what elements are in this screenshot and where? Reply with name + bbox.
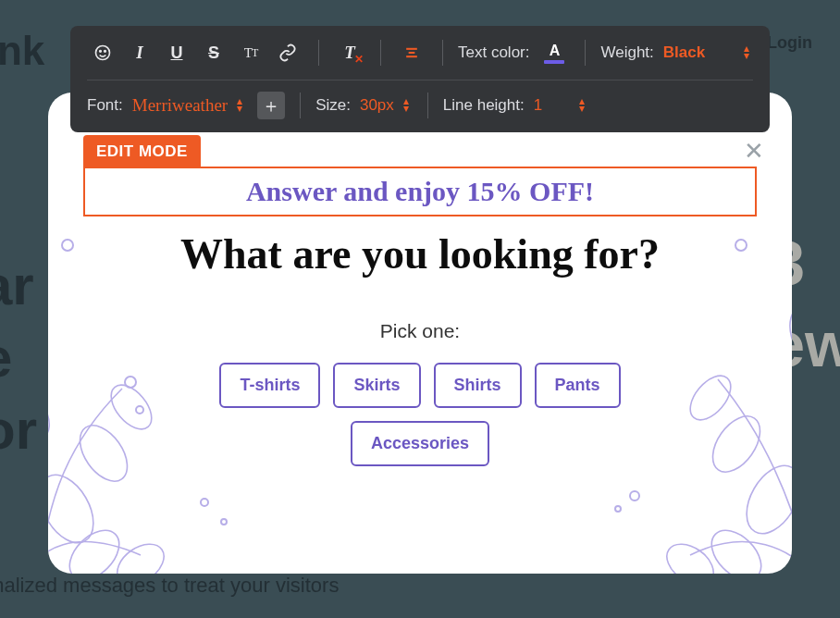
close-icon[interactable]: ✕ [744,137,764,166]
svg-point-13 [100,51,102,53]
font-value[interactable]: Merriweather [132,95,228,116]
toolbar-row-2: Font: Merriweather ▴▾ ＋ Size: 30px ▴▾ Li… [87,92,753,119]
option-tshirts[interactable]: T-shirts [219,363,320,408]
text-transform-icon[interactable]: TT [235,37,266,68]
size-value[interactable]: 30px [360,96,394,115]
svg-point-0 [48,465,105,551]
toolbar-divider [318,40,319,66]
text-color-label: Text color: [458,43,529,62]
font-label: Font: [87,96,123,115]
text-format-toolbar: I U S TT T✕ Text color: A Weight: Black … [70,26,770,132]
option-shirts[interactable]: Shirts [434,363,522,408]
svg-point-10 [660,536,722,574]
size-label: Size: [315,96,351,115]
bg-headline-line: or [0,394,37,466]
svg-point-9 [702,521,771,574]
bg-headline: ar e or [0,250,37,466]
toolbar-divider [380,40,381,66]
weight-label: Weight: [600,43,653,62]
link-icon[interactable] [272,37,303,68]
option-accessories[interactable]: Accessories [351,421,489,466]
option-skirts[interactable]: Skirts [333,363,420,408]
clear-format-icon[interactable]: T✕ [334,37,365,68]
deco-circle-icon [629,490,640,501]
brand-fragment: onk [0,28,44,74]
login-link[interactable]: Login [767,33,812,53]
main-heading: What are you looking for? [48,220,792,288]
toolbar-divider [442,40,443,66]
line-height-stepper[interactable]: ▴▾ [579,98,585,113]
sub-heading: Pick one: [48,320,792,342]
text-color-letter: A [550,43,561,59]
svg-point-12 [96,46,110,60]
svg-point-14 [105,51,106,53]
text-color-swatch-icon [544,60,564,64]
deco-circle-icon [220,518,228,525]
toolbar-divider [585,40,586,66]
weight-stepper[interactable]: ▴▾ [744,45,749,60]
italic-icon[interactable]: I [124,37,155,68]
align-icon[interactable] [396,37,427,68]
svg-point-6 [735,456,792,542]
font-stepper[interactable]: ▴▾ [237,98,242,113]
svg-point-3 [60,521,129,574]
weight-value[interactable]: Black [663,43,705,62]
emoji-icon[interactable] [87,37,118,68]
bg-subtext: onalized messages to treat your visitors [0,574,339,598]
deco-circle-icon [614,505,622,513]
deco-circle-icon [200,498,209,507]
option-pants[interactable]: Pants [535,363,621,408]
toolbar-row-1: I U S TT T✕ Text color: A Weight: Black … [87,37,753,68]
underline-icon[interactable]: U [161,37,192,68]
strikethrough-icon[interactable]: S [198,37,229,68]
editor-modal: ✕ EDIT MODE Answer and enjoy 15% OFF! Wh… [48,93,792,574]
toolbar-divider [427,93,428,118]
toolbar-hdivider [87,80,753,80]
svg-point-4 [110,536,172,574]
options-container: T-shirts Skirts Shirts Pants Accessories [48,363,792,466]
bg-headline-line: ar [0,250,37,322]
size-stepper[interactable]: ▴▾ [403,98,409,113]
editable-heading-field[interactable]: Answer and enjoy 15% OFF! [83,167,757,216]
add-font-button[interactable]: ＋ [257,92,285,119]
text-color-picker[interactable]: A [538,37,570,68]
toolbar-divider [300,93,301,118]
line-height-label: Line height: [443,96,525,115]
line-height-value[interactable]: 1 [534,96,542,115]
edit-mode-badge: EDIT MODE [83,135,201,168]
bg-headline-line: e [0,322,37,394]
